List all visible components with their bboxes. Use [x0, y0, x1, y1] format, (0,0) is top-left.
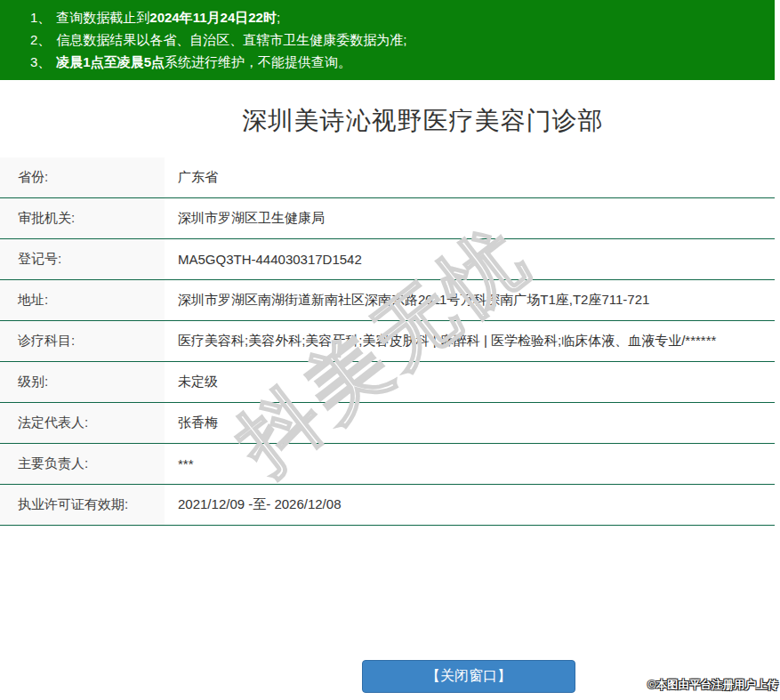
table-row-principal: 主要负责人: *** — [0, 444, 775, 485]
table-row-address: 地址: 深圳市罗湖区南湖街道新南社区深南东路2011号万科深南广场T1座,T2座… — [0, 280, 775, 321]
notice-text-bold: 凌晨1点至凌晨5点 — [56, 54, 165, 69]
row-value: 广东省 — [165, 157, 775, 197]
table-row-level: 级别: 未定级 — [0, 362, 775, 403]
table-row-province: 省份: 广东省 — [0, 157, 775, 198]
row-value: 未定级 — [165, 362, 775, 402]
notice-text-bold: 2024年11月24日22时 — [149, 10, 277, 25]
row-value: 2021/12/09 -至- 2026/12/08 — [165, 485, 775, 525]
notice-number: 3、 — [30, 54, 51, 69]
institution-details-table: 省份: 广东省 审批机关: 深圳市罗湖区卫生健康局 登记号: MA5GQ3TH-… — [0, 157, 775, 526]
row-value: MA5GQ3TH-444030317D1542 — [165, 239, 775, 279]
table-row-treatment-subjects: 诊疗科目: 医疗美容科;美容外科;美容牙科;美容皮肤科 | 麻醉科 | 医学检验… — [0, 321, 775, 362]
page-title: 深圳美诗沁视野医疗美容门诊部 — [36, 104, 780, 138]
table-row-registration-number: 登记号: MA5GQ3TH-444030317D1542 — [0, 239, 775, 280]
notice-number: 2、 — [30, 32, 51, 47]
row-value: *** — [165, 444, 775, 484]
notice-line-3: 3、凌晨1点至凌晨5点系统进行维护，不能提供查询。 — [30, 51, 775, 73]
row-label: 法定代表人: — [0, 403, 165, 443]
row-value: 深圳市罗湖区南湖街道新南社区深南东路2011号万科深南广场T1座,T2座711-… — [165, 280, 775, 320]
close-window-button[interactable]: 【关闭窗口】 — [362, 660, 575, 693]
row-label: 诊疗科目: — [0, 321, 165, 361]
table-row-license-validity: 执业许可证有效期: 2021/12/09 -至- 2026/12/08 — [0, 485, 775, 526]
row-label: 主要负责人: — [0, 444, 165, 484]
row-value: 医疗美容科;美容外科;美容牙科;美容皮肤科 | 麻醉科 | 医学检验科;临床体液… — [165, 321, 775, 361]
row-label: 省份: — [0, 157, 165, 197]
row-label: 级别: — [0, 362, 165, 402]
copyright-stamp: ©本图由平台注册用户上传 — [647, 678, 778, 693]
row-value: 深圳市罗湖区卫生健康局 — [165, 198, 775, 238]
row-label: 执业许可证有效期: — [0, 485, 165, 525]
table-row-legal-representative: 法定代表人: 张香梅 — [0, 403, 775, 444]
notice-bar: 1、查询数据截止到2024年11月24日22时; 2、信息数据结果以各省、自治区… — [0, 0, 775, 80]
notice-line-1: 1、查询数据截止到2024年11月24日22时; — [30, 6, 775, 28]
row-value: 张香梅 — [165, 403, 775, 443]
notice-text: ; — [277, 10, 280, 25]
notice-text: 系统进行维护，不能提供查询。 — [165, 54, 351, 69]
row-label: 地址: — [0, 280, 165, 320]
row-label: 审批机关: — [0, 198, 165, 238]
table-row-approval-authority: 审批机关: 深圳市罗湖区卫生健康局 — [0, 198, 775, 239]
notice-number: 1、 — [30, 10, 51, 25]
notice-text: 查询数据截止到 — [56, 10, 149, 25]
notice-text: 信息数据结果以各省、自治区、直辖市卫生健康委数据为准; — [56, 32, 406, 47]
row-label: 登记号: — [0, 239, 165, 279]
notice-line-2: 2、信息数据结果以各省、自治区、直辖市卫生健康委数据为准; — [30, 28, 775, 51]
